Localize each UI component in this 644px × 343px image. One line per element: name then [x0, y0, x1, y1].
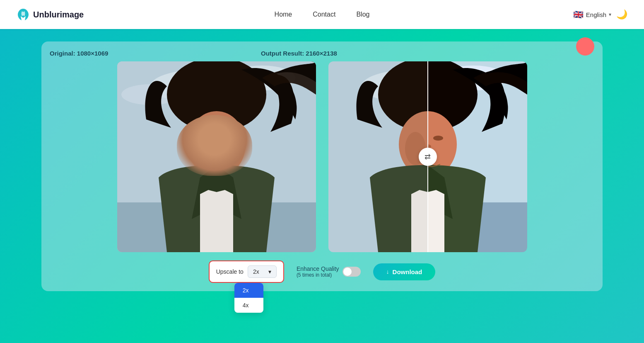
- svg-point-30: [433, 136, 443, 141]
- chevron-down-icon: ▾: [609, 12, 611, 17]
- upscale-group: Upscale to 2x ▾ 2x 4x: [209, 260, 284, 283]
- theme-toggle-button[interactable]: 🌙: [616, 9, 627, 20]
- main-content: Original: 1080×1069 Output Result: 2160×…: [0, 29, 644, 304]
- enhance-sublabel: (5 times in total): [297, 272, 339, 278]
- svg-point-9: [201, 136, 211, 141]
- flag-icon: 🇬🇧: [573, 10, 584, 19]
- original-label-area: Original: 1080×1069: [50, 50, 248, 57]
- panels-wrapper: Original: 1080×1069 Output Result: 2160×…: [41, 41, 603, 291]
- comparison-right-half: [428, 61, 527, 252]
- coral-decoration: [576, 37, 594, 56]
- comparison-panel: ⇄: [328, 61, 527, 252]
- download-icon: ↓: [386, 268, 389, 275]
- controls-area: Upscale to 2x ▾ 2x 4x Enhance Quality (5…: [50, 260, 594, 283]
- upscale-chevron: ▾: [268, 268, 271, 275]
- download-button[interactable]: ↓ Download: [373, 263, 436, 280]
- logo-text: Unblurimage: [33, 10, 84, 19]
- logo-icon: [17, 8, 30, 21]
- enhance-labels: Enhance Quality (5 times in total): [297, 265, 339, 278]
- upscale-select[interactable]: 2x ▾: [248, 265, 277, 278]
- svg-point-11: [213, 144, 220, 148]
- comparison-left-half: [328, 61, 428, 252]
- header: Unblurimage Home Contact Blog 🇬🇧 English…: [0, 0, 644, 29]
- svg-point-10: [222, 136, 232, 141]
- svg-point-12: [188, 155, 191, 158]
- upscale-dropdown: 2x 4x: [234, 283, 263, 313]
- language-selector[interactable]: 🇬🇧 English ▾: [573, 10, 611, 19]
- upscale-value: 2x: [253, 268, 259, 275]
- header-right: 🇬🇧 English ▾ 🌙: [573, 9, 627, 20]
- enhance-quality-group: Enhance Quality (5 times in total): [297, 265, 361, 278]
- output-label: Output Result: 2160×2138: [261, 50, 337, 57]
- dropdown-option-4x[interactable]: 4x: [234, 298, 263, 313]
- svg-rect-6: [204, 153, 229, 173]
- svg-point-8: [194, 132, 215, 165]
- original-photo: [117, 61, 316, 252]
- output-image-panel: ⇄: [328, 61, 527, 252]
- logo[interactable]: Unblurimage: [17, 8, 84, 21]
- nav-blog[interactable]: Blog: [356, 9, 369, 20]
- nav-contact[interactable]: Contact: [313, 9, 335, 20]
- original-image-panel: [117, 61, 316, 252]
- dropdown-option-2x[interactable]: 2x: [234, 283, 263, 298]
- panel-labels: Original: 1080×1069 Output Result: 2160×…: [50, 50, 594, 57]
- output-label-area: Output Result: 2160×2138: [261, 50, 594, 57]
- original-label: Original: 1080×1069: [50, 50, 108, 57]
- download-label: Download: [393, 268, 422, 275]
- upscale-label: Upscale to: [216, 268, 244, 275]
- image-panels: ⇄: [50, 61, 594, 252]
- navigation: Home Contact Blog: [275, 9, 370, 20]
- language-label: English: [586, 11, 606, 18]
- nav-home[interactable]: Home: [275, 9, 292, 20]
- original-image-wrapper: [117, 61, 316, 252]
- svg-point-7: [188, 111, 246, 178]
- enhance-toggle[interactable]: [343, 267, 361, 277]
- swap-button[interactable]: ⇄: [419, 148, 437, 166]
- enhance-label: Enhance Quality: [297, 265, 339, 272]
